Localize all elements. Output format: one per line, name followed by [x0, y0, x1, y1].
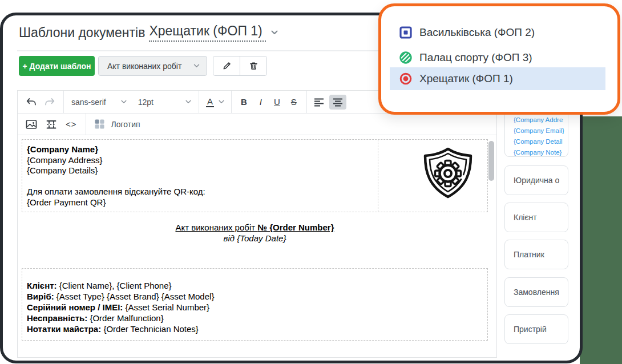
blue-square-icon	[399, 26, 412, 39]
template-select[interactable]: Акт виконаних робіт	[98, 56, 207, 76]
sidebar-section-legal-entity[interactable]: Юридична о	[504, 165, 568, 195]
redo-button[interactable]	[44, 97, 55, 107]
company-info-cell: {Company Name} {Company Address} {Compan…	[22, 140, 378, 212]
align-left-icon	[314, 98, 324, 107]
green-striped-circle-icon	[399, 51, 412, 64]
text-color-button[interactable]: A	[206, 97, 224, 107]
location-option-khreshchatyk-selected[interactable]: Хрещатик (ФОП 1)	[390, 67, 605, 90]
location-selector[interactable]: Хрещатик (ФОП 1)	[149, 23, 277, 42]
edit-template-button[interactable]	[213, 56, 240, 75]
code-view-button[interactable]: <>	[66, 119, 77, 129]
delete-template-button[interactable]	[240, 56, 266, 75]
editor-scrollbar[interactable]	[488, 141, 494, 181]
font-size-value: 12pt	[138, 98, 154, 107]
align-center-icon	[333, 98, 343, 107]
chevron-down-icon	[121, 100, 127, 104]
sidebar-section-client[interactable]: Клієнт	[504, 203, 568, 232]
logo-button-label: Логотип	[111, 120, 140, 129]
trash-icon	[249, 61, 259, 71]
blank-line	[27, 176, 373, 187]
screen: Шаблони документів Хрещатик (ФОП 1) + До…	[0, 0, 622, 364]
page-break-button[interactable]	[46, 119, 57, 130]
location-option-label: Палац спорту (ФОП 3)	[419, 51, 532, 64]
bold-button[interactable]: B	[241, 97, 247, 107]
sidebar-section-order[interactable]: Замовлення	[504, 277, 568, 307]
divider	[306, 91, 307, 113]
field-line: Виріб: {Asset Type} {Asset Brand} {Asset…	[27, 291, 483, 302]
divider	[199, 91, 199, 113]
italic-button[interactable]: I	[260, 97, 262, 107]
template-select-value: Акт виконаних робіт	[107, 62, 193, 71]
underline-button[interactable]: U	[274, 97, 280, 107]
insert-image-button[interactable]	[26, 119, 37, 130]
location-option-vasylkivska[interactable]: Васильківська (ФОП 2)	[390, 21, 605, 44]
grid-icon	[95, 119, 104, 129]
order-details-block[interactable]: Клієнт: {Client Name}, {Client Phone} Ви…	[22, 268, 488, 341]
chevron-down-icon	[219, 100, 224, 104]
add-template-button[interactable]: + Додати шаблон	[19, 56, 95, 76]
field-line: Клієнт: {Client Name}, {Client Phone}	[27, 280, 483, 291]
font-family-dropdown[interactable]: sans-serif	[71, 98, 127, 107]
chevron-down-icon	[185, 100, 191, 104]
variable-link[interactable]: {Company Addre	[514, 115, 568, 126]
document-header-table[interactable]: {Company Name} {Company Address} {Compan…	[22, 139, 488, 212]
font-size-dropdown[interactable]: 12pt	[138, 98, 191, 107]
company-details-variable: {Company Details}	[27, 165, 373, 176]
sidebar-section-payer[interactable]: Платник	[504, 240, 568, 269]
chevron-down-icon	[271, 30, 278, 35]
divider	[86, 114, 86, 135]
act-heading[interactable]: Акт виконаних робіт № {Order Number} від…	[22, 222, 488, 244]
strikethrough-button[interactable]: S	[291, 97, 297, 107]
pencil-icon	[222, 61, 232, 71]
divider	[231, 91, 232, 113]
text-color-label: A	[206, 97, 214, 107]
align-center-button[interactable]	[329, 95, 346, 110]
qr-variable: {Order Payment QR}	[27, 197, 373, 208]
company-name-variable: {Company Name}	[27, 144, 373, 155]
location-option-label: Васильківська (ФОП 2)	[419, 26, 535, 39]
company-address-variable: {Company Address}	[27, 155, 373, 166]
undo-icon	[26, 97, 37, 107]
variable-link[interactable]: {Company Note}	[514, 147, 568, 157]
page-break-icon	[46, 119, 57, 130]
red-target-icon	[399, 72, 412, 85]
qr-caption: Для оплати замовлення відскануйте QR-код…	[27, 187, 373, 197]
template-actions-group	[213, 56, 267, 76]
chevron-down-icon	[193, 64, 200, 68]
divider	[63, 91, 64, 113]
variable-link[interactable]: {Company Email}	[514, 126, 568, 136]
page-title-text: Шаблони документів	[19, 25, 145, 41]
redo-icon	[44, 97, 55, 107]
logo-insert-button[interactable]: Логотип	[95, 119, 140, 129]
logo-cell	[378, 140, 487, 212]
field-line: Нотатки майстра: {Order Technician Notes…	[27, 323, 483, 334]
page-backdrop	[580, 116, 622, 364]
sidebar-section-device[interactable]: Пристрій	[504, 314, 568, 344]
image-icon	[26, 119, 37, 130]
location-option-palats-sportu[interactable]: Палац спорту (ФОП 3)	[390, 46, 605, 69]
act-title-line: Акт виконаних робіт № {Order Number}	[22, 222, 488, 233]
field-line: Серійний номер / IMEI: {Asset Serial Num…	[27, 302, 483, 313]
variable-link[interactable]: {Company Detail	[514, 136, 568, 147]
editor-toolbar-row2: <> Логотип	[18, 114, 496, 135]
act-date-line: від {Today Date}	[22, 233, 488, 244]
field-line: Несправність: {Order Malfunction}	[27, 313, 483, 323]
undo-button[interactable]	[26, 97, 37, 107]
location-option-label: Хрещатик (ФОП 1)	[419, 72, 513, 85]
font-family-value: sans-serif	[71, 98, 106, 107]
location-current[interactable]: Хрещатик (ФОП 1)	[149, 23, 265, 42]
shield-gear-logo	[421, 145, 475, 200]
align-left-button[interactable]	[314, 98, 324, 107]
page-title: Шаблони документів Хрещатик (ФОП 1)	[19, 23, 278, 42]
